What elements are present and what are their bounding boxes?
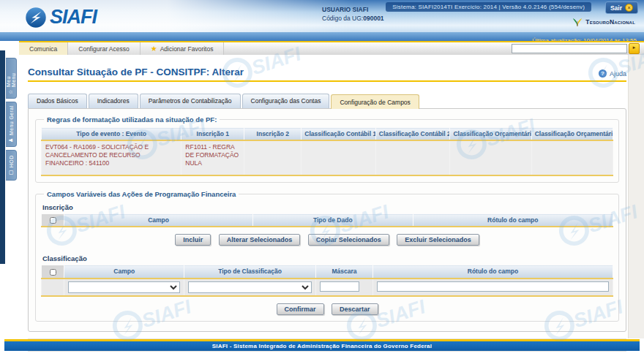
regras-fieldset: Regras de formatação utilizadas na situa… bbox=[35, 115, 619, 183]
regras-header-row: Tipo de evento : Evento Inscrição 1 Insc… bbox=[42, 128, 613, 141]
help-label: Ajuda bbox=[610, 70, 626, 77]
star-icon: ★ bbox=[151, 45, 157, 53]
col-inscricao-2: Inscrição 2 bbox=[244, 128, 302, 141]
ug-label: Código da UG: bbox=[322, 15, 363, 22]
sidebar-item-meu-menu[interactable]: ☆Meu Menu bbox=[6, 58, 17, 99]
sidebar-item-label: Menu Geral bbox=[9, 105, 14, 135]
siafi-logo-text: SIAFI bbox=[50, 6, 97, 29]
menubar-item-adicionar-favoritos[interactable]: ★ Adicionar Favoritos bbox=[141, 42, 225, 55]
tesouro-nacional-brand: TesouroNacional bbox=[572, 16, 635, 28]
select-all-cell bbox=[42, 214, 64, 227]
campos-variaveis-legend: Campos Variáveis das Ações de Programaçã… bbox=[44, 190, 239, 198]
cell-class-orcamentaria-2 bbox=[531, 140, 613, 175]
campos-variaveis-fieldset: Campos Variáveis das Ações de Programaçã… bbox=[35, 190, 619, 322]
confirmar-button[interactable]: Confirmar bbox=[277, 303, 324, 315]
menubar-item-configurar-acesso[interactable]: Configurar Acesso bbox=[68, 42, 140, 55]
ug-line: Código da UG:090001 bbox=[322, 14, 384, 23]
page-title: Consultar Situação de PF - CONSITPF: Alt… bbox=[28, 67, 244, 77]
classificacao-buttons: Confirmar Descartar bbox=[41, 301, 613, 315]
inscricao-header-row: Campo Tipo de Dado Rótulo do campo bbox=[42, 214, 613, 227]
tipo-classificacao-select[interactable] bbox=[188, 281, 312, 293]
app-footer: SIAFI - Sistema Integrado de Administraç… bbox=[4, 339, 640, 351]
regras-data-row: EVT064 - RA1069 - SOLICITAÇÃO E CANCELAM… bbox=[42, 140, 613, 175]
tab-panel: Regras de formatação utilizadas na situa… bbox=[28, 108, 626, 332]
quick-search: ► bbox=[512, 42, 644, 55]
col-rotulo-campo: Rótulo do campo bbox=[413, 214, 613, 227]
inscricao-buttons: Incluir Alterar Selecionados Copiar Sele… bbox=[41, 232, 613, 246]
menubar-item-label: Configurar Acesso bbox=[78, 45, 129, 53]
tab-label: Configuração das Contas bbox=[251, 97, 321, 105]
help-icon: ? bbox=[599, 69, 607, 77]
siafi-app: SIAFI Sistema: SIAFI2014TI Exercício: 20… bbox=[0, 0, 644, 356]
classificacao-select-all-checkbox[interactable] bbox=[50, 269, 56, 276]
inscricao-select-all-checkbox[interactable] bbox=[50, 217, 56, 224]
logout-button[interactable]: Sair × bbox=[605, 1, 638, 14]
incluir-button[interactable]: Incluir bbox=[175, 234, 211, 246]
help-link[interactable]: ? Ajuda bbox=[599, 69, 626, 77]
col-tipo-dado: Tipo de Dado bbox=[252, 214, 413, 227]
col-campo: Campo bbox=[64, 265, 184, 279]
regras-legend: Regras de formatação utilizadas na situa… bbox=[44, 115, 220, 124]
app-header: SIAFI Sistema: SIAFI2014TI Exercício: 20… bbox=[0, 0, 644, 41]
title-divider bbox=[28, 80, 626, 82]
sidebar-item-menu-geral[interactable]: ♟Menu Geral bbox=[6, 102, 17, 147]
excluir-selecionados-button[interactable]: Excluir Selecionados bbox=[397, 234, 479, 246]
cell-class-contabil-2 bbox=[375, 140, 450, 175]
mascara-input[interactable] bbox=[320, 281, 359, 292]
sidebar-item-hod[interactable]: ▢HOD bbox=[6, 150, 17, 181]
col-tipo-evento: Tipo de evento : Evento bbox=[42, 128, 181, 141]
cell-tipo-evento: EVT064 - RA1069 - SOLICITAÇÃO E CANCELAM… bbox=[42, 140, 181, 175]
classificacao-section-label: Classificação bbox=[42, 254, 613, 262]
sidebar-item-label: Meu Menu bbox=[6, 61, 16, 87]
copiar-selecionados-button[interactable]: Copiar Selecionados bbox=[308, 234, 389, 246]
campo-select[interactable] bbox=[68, 281, 180, 293]
user-label: USUARIO SIAFI bbox=[322, 5, 384, 14]
system-info: Sistema: SIAFI2014TI Exercício: 2014 | V… bbox=[386, 2, 591, 12]
tesouro-nacional-icon bbox=[572, 16, 583, 28]
col-inscricao-1: Inscrição 1 bbox=[181, 128, 244, 141]
user-block: USUARIO SIAFI Código da UG:090001 bbox=[322, 5, 384, 23]
main-content: Consultar Situação de PF - CONSITPF: Alt… bbox=[19, 67, 644, 356]
header-update-strip: Última atualização: 10/04/2014 às 13:55 bbox=[0, 32, 644, 41]
col-tipo-classificacao: Tipo de Classificação bbox=[184, 265, 316, 279]
classificacao-input-row bbox=[42, 279, 613, 296]
descartar-button[interactable]: Descartar bbox=[332, 303, 378, 315]
rotulo-cell bbox=[372, 279, 613, 296]
tab-label: Parâmetros de Contabilização bbox=[149, 97, 232, 105]
col-class-orcamentaria-2: Classificação Orçamentária 2 bbox=[531, 128, 613, 141]
siafi-logo: SIAFI bbox=[25, 6, 97, 29]
siafi-logo-icon bbox=[25, 7, 47, 29]
col-mascara: Máscara bbox=[315, 265, 372, 279]
tesouro-nacional-label: TesouroNacional bbox=[585, 18, 635, 26]
tipo-classificacao-cell bbox=[184, 279, 316, 296]
sitemap-icon: ♟ bbox=[8, 137, 14, 143]
star-icon: ☆ bbox=[8, 89, 14, 95]
tab-label: Configuração de Campos bbox=[340, 99, 410, 106]
alterar-selecionados-button[interactable]: Alterar Selecionados bbox=[219, 234, 301, 246]
search-go-icon[interactable]: ► bbox=[629, 43, 640, 54]
cell-class-contabil-1 bbox=[302, 140, 376, 175]
rotulo-campo-input[interactable] bbox=[377, 281, 609, 292]
menubar-item-label: Adicionar Favoritos bbox=[160, 45, 214, 53]
col-class-contabil-1: Classificação Contábil 1 bbox=[302, 128, 376, 141]
tab-parametros-contabilizacao[interactable]: Parâmetros de Contabilização bbox=[140, 94, 241, 108]
tab-configuracao-contas[interactable]: Configuração das Contas bbox=[242, 94, 330, 108]
ug-value: 090001 bbox=[363, 15, 383, 22]
col-class-orcamentaria-1: Classificação Orçamentária 1 bbox=[450, 128, 531, 141]
tab-indicadores[interactable]: Indicadores bbox=[89, 94, 138, 108]
tab-label: Dados Básicos bbox=[37, 97, 78, 105]
mascara-cell bbox=[315, 279, 372, 296]
tab-dados-basicos[interactable]: Dados Básicos bbox=[28, 94, 87, 108]
cell-inscricao-1: RF1011 - REGRA DE FORMATAÇÃO NULA bbox=[181, 140, 244, 175]
campo-cell bbox=[64, 279, 184, 296]
col-class-contabil-2: Classificação Contábil 2 bbox=[375, 128, 450, 141]
col-rotulo-campo: Rótulo do campo bbox=[372, 265, 613, 279]
tab-configuracao-campos[interactable]: Configuração de Campos bbox=[331, 94, 419, 109]
logout-label: Sair bbox=[610, 4, 622, 12]
quick-search-input[interactable] bbox=[512, 44, 627, 53]
cell-inscricao-2 bbox=[244, 140, 302, 175]
menubar-item-comunica[interactable]: Comunica bbox=[19, 42, 68, 55]
classificacao-table: Campo Tipo de Classificação Máscara Rótu… bbox=[41, 265, 613, 296]
footer-text: SIAFI - Sistema Integrado de Administraç… bbox=[4, 341, 640, 351]
inscricao-table: Campo Tipo de Dado Rótulo do campo bbox=[41, 213, 613, 227]
